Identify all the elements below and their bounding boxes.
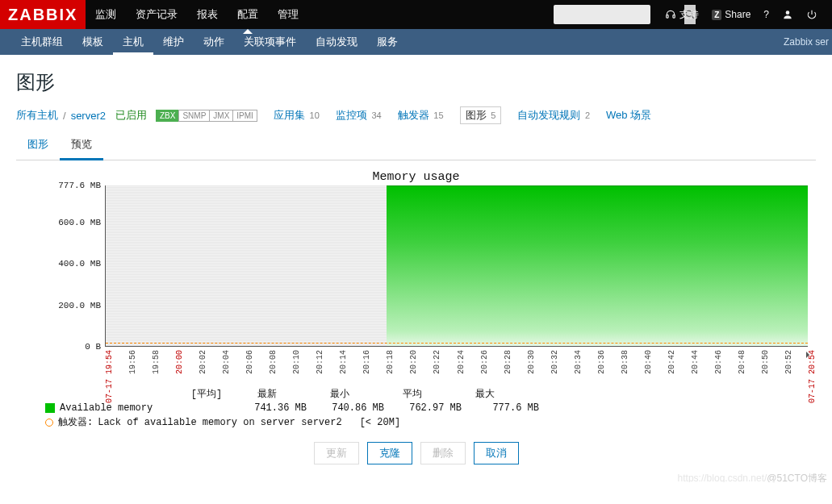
x-tick: 20:06 xyxy=(245,350,254,374)
tab-graph[interactable]: 图形 xyxy=(16,132,60,160)
chart-nodata-zone xyxy=(106,185,387,346)
subnav-templates[interactable]: 模板 xyxy=(73,29,113,55)
x-tick: 20:16 xyxy=(362,350,371,374)
topnav: 监测 资产记录 报表 配置 管理 xyxy=(86,0,308,29)
y-tick: 200.0 MB xyxy=(58,301,101,310)
swatch-trigger-icon xyxy=(45,419,53,427)
page-title: 图形 xyxy=(16,69,816,95)
support-link[interactable]: 支持 xyxy=(665,8,699,22)
legend-trigger-threshold: < 20M xyxy=(366,417,395,428)
x-tick: 20:00 xyxy=(175,350,184,374)
section-web[interactable]: Web 场景 xyxy=(606,108,651,123)
x-tick: 20:02 xyxy=(199,350,207,374)
breadcrumb: 所有主机 / server2 已启用 ZBXSNMPJMXIPMI 应用集 10… xyxy=(16,106,816,124)
chart-plot xyxy=(105,185,808,347)
svg-point-4 xyxy=(786,10,790,15)
x-tick: 20:36 xyxy=(597,350,606,374)
x-tick: 20:22 xyxy=(433,350,441,374)
bc-host[interactable]: server2 xyxy=(71,110,106,122)
content: 图形 所有主机 / server2 已启用 ZBXSNMPJMXIPMI 应用集… xyxy=(0,55,832,481)
tag-snmp[interactable]: SNMP xyxy=(178,110,210,122)
x-tick: 20:46 xyxy=(714,350,723,374)
x-tick: 19:56 xyxy=(128,350,137,374)
chart-y-axis: 777.6 MB600.0 MB400.0 MB200.0 MB0 B xyxy=(48,185,101,347)
x-tick: 20:40 xyxy=(644,350,653,374)
section-applications[interactable]: 应用集 10 xyxy=(274,108,320,123)
subnav-services[interactable]: 服务 xyxy=(367,29,408,55)
x-tick: 20:42 xyxy=(667,350,676,374)
y-tick: 0 B xyxy=(85,342,101,352)
chart-title: Memory usage xyxy=(16,170,816,184)
subbar: 主机群组 模板 主机 维护 动作 关联项事件 自动发现 服务 Zabbix se… xyxy=(0,29,832,55)
svg-rect-3 xyxy=(673,15,675,18)
headset-icon xyxy=(665,9,676,20)
y-tick: 600.0 MB xyxy=(58,218,101,227)
topbar: ZABBIX 监测 资产记录 报表 配置 管理 支持 Z Share ? xyxy=(0,0,832,29)
server-name: Zabbix ser xyxy=(784,36,832,48)
watermark: https://blog.csdn.net/@51CTO博客 xyxy=(678,472,827,482)
chart-trigger-line xyxy=(106,343,808,344)
topnav-item-inventory[interactable]: 资产记录 xyxy=(126,0,187,29)
share-link[interactable]: Z Share xyxy=(712,9,750,20)
x-tick: 20:38 xyxy=(621,350,629,374)
topnav-item-admin[interactable]: 管理 xyxy=(268,0,308,29)
user-link[interactable] xyxy=(782,9,793,20)
share-label: Share xyxy=(725,9,750,20)
tag-jmx[interactable]: JMX xyxy=(209,110,233,122)
topnav-item-config[interactable]: 配置 xyxy=(228,0,268,29)
x-tick: 20:44 xyxy=(691,350,700,374)
x-tick: 20:04 xyxy=(222,350,231,374)
tab-preview[interactable]: 预览 xyxy=(60,132,103,160)
x-tick: 20:24 xyxy=(457,350,466,374)
section-discovery-rules[interactable]: 自动发现规则 2 xyxy=(517,108,590,123)
subnav-actions[interactable]: 动作 xyxy=(194,29,234,55)
svg-rect-2 xyxy=(667,15,668,18)
x-tick: 20:34 xyxy=(574,350,583,374)
legend-row-trigger: 触发器: Lack of available memory on server … xyxy=(45,415,816,429)
x-tick: 20:08 xyxy=(269,350,278,374)
tag-ipmi[interactable]: IPMI xyxy=(232,110,257,122)
legend-latest: 741.36 MB xyxy=(234,402,307,414)
cancel-button[interactable]: 取消 xyxy=(474,442,519,464)
legend-trigger-name: Lack of available memory on server serve… xyxy=(98,417,341,428)
subnav-hosts[interactable]: 主机 xyxy=(113,29,153,55)
status-enabled: 已启用 xyxy=(115,108,147,123)
legend-max: 777.6 MB xyxy=(466,402,539,414)
subnav-maintenance[interactable]: 维护 xyxy=(153,29,194,55)
chart-data-zone xyxy=(387,185,808,347)
x-tick: 20:14 xyxy=(339,350,348,374)
logo[interactable]: ZABBIX xyxy=(0,0,86,29)
subnav-hostgroups[interactable]: 主机群组 xyxy=(11,29,73,55)
x-tick: 20:52 xyxy=(784,350,793,374)
help-link[interactable]: ? xyxy=(763,9,769,20)
topnav-item-monitor[interactable]: 监测 xyxy=(86,0,126,29)
bc-all-hosts[interactable]: 所有主机 xyxy=(16,108,58,123)
section-triggers[interactable]: 触发器 15 xyxy=(398,108,444,123)
subnav-discovery[interactable]: 自动发现 xyxy=(306,29,367,55)
user-icon xyxy=(782,9,793,20)
x-tick: 07-17 19:54 xyxy=(105,350,114,403)
y-tick: 777.6 MB xyxy=(58,181,101,190)
topnav-item-reports[interactable]: 报表 xyxy=(187,0,228,29)
tag-zbx[interactable]: ZBX xyxy=(156,110,179,122)
legend-row-series: Available memory 741.36 MB 740.86 MB 762… xyxy=(45,402,816,414)
section-items[interactable]: 监控项 34 xyxy=(336,108,382,123)
swatch-green-icon xyxy=(45,403,55,413)
x-tick: 20:50 xyxy=(761,350,770,374)
legend-avg: 762.97 MB xyxy=(389,402,462,414)
x-tick: 20:26 xyxy=(480,350,489,374)
x-tick: 20:28 xyxy=(504,350,512,374)
x-tick: 20:12 xyxy=(316,350,324,374)
logout-link[interactable] xyxy=(806,9,817,20)
bc-sep: / xyxy=(63,110,66,122)
power-icon xyxy=(806,9,817,20)
chart-area: 777.6 MB600.0 MB400.0 MB200.0 MB0 B 07-1… xyxy=(105,185,808,355)
x-tick: 20:30 xyxy=(527,350,536,374)
button-row: 更新 克隆 删除 取消 xyxy=(16,442,816,464)
clone-button[interactable]: 克隆 xyxy=(367,442,412,464)
x-tick: 20:48 xyxy=(738,350,746,374)
x-tick: 20:10 xyxy=(292,350,301,374)
legend-min: 740.86 MB xyxy=(311,402,384,414)
chart: Memory usage 777.6 MB600.0 MB400.0 MB200… xyxy=(16,165,816,464)
section-graphs: 图形 5 xyxy=(460,106,502,124)
